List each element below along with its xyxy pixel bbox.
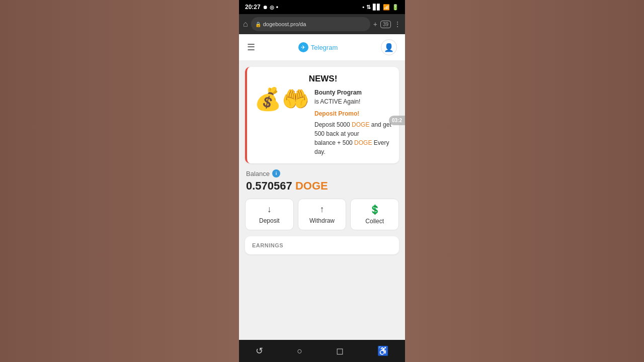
recording-icon: ⏺	[263, 5, 268, 10]
earnings-card: EARNINGS	[245, 236, 399, 254]
browser-home-button[interactable]: ⌂	[243, 20, 248, 29]
browser-actions: + 39 ⋮	[373, 20, 401, 28]
balance-currency: DOGE	[295, 179, 328, 192]
app-navbar: ☰ ✈ Telegram 👤	[239, 34, 405, 61]
balance-info-icon[interactable]: i	[272, 169, 280, 177]
withdraw-label: Withdraw	[309, 217, 335, 224]
action-buttons: ↓ Deposit ↑ Withdraw 💲 Collect	[245, 199, 399, 230]
browser-menu-button[interactable]: ⋮	[394, 20, 401, 28]
data-icon: ⇅	[366, 4, 371, 11]
balance-label-row: Balance i	[246, 169, 398, 177]
recents-button[interactable]: ◻	[328, 342, 352, 359]
status-bar-right: • ⇅ ▋▋ 📶 🔋	[362, 4, 399, 11]
withdraw-button[interactable]: ↑ Withdraw	[298, 199, 347, 230]
wifi-icon: 📶	[383, 4, 390, 11]
money-bag-emoji: 💰🤲	[254, 88, 309, 110]
browser-toolbar: ⌂ 🔒 dogeboost.pro/da + 39 ⋮	[239, 14, 405, 34]
url-text: dogeboost.pro/da	[263, 21, 306, 27]
news-title: NEWS!	[254, 74, 392, 84]
status-bar-left: 20:27 ⏺ ◎ •	[245, 4, 278, 11]
telegram-label: Telegram	[311, 44, 338, 51]
accessibility-button[interactable]: ♿	[369, 342, 396, 359]
cast-icon: ◎	[270, 5, 274, 10]
battery-icon: 🔋	[392, 4, 399, 11]
earnings-title: EARNINGS	[252, 242, 392, 248]
web-page: ☰ ✈ Telegram 👤 NEWS! 💰🤲 Bounty Programis	[239, 34, 405, 340]
clock: 20:27	[245, 4, 261, 11]
side-left-panel	[0, 0, 239, 362]
collect-label: Collect	[365, 218, 384, 225]
bottom-navigation: ↺ ○ ◻ ♿	[239, 340, 405, 362]
status-bar: 20:27 ⏺ ◎ • • ⇅ ▋▋ 📶 🔋	[239, 0, 405, 14]
tab-count-badge[interactable]: 39	[380, 21, 391, 28]
dot-indicator: •	[276, 4, 278, 11]
back-button[interactable]: ↺	[248, 342, 271, 359]
balance-section: Balance i 0.570567 DOGE	[245, 169, 399, 193]
avatar-icon: 👤	[384, 43, 394, 52]
signal-icon: ▋▋	[373, 4, 381, 11]
page-content: NEWS! 💰🤲 Bounty Programis ACTIVE Again! …	[239, 61, 405, 340]
news-text: Bounty Programis ACTIVE Again! Deposit P…	[314, 88, 392, 156]
news-body: 💰🤲 Bounty Programis ACTIVE Again! Deposi…	[254, 88, 392, 156]
balance-amount: 0.570567 DOGE	[246, 179, 398, 193]
collect-icon: 💲	[369, 204, 380, 215]
new-tab-button[interactable]: +	[373, 20, 377, 28]
side-right-panel	[405, 0, 644, 362]
user-avatar-button[interactable]: 👤	[381, 39, 397, 55]
browser-url-bar[interactable]: 🔒 dogeboost.pro/da	[251, 17, 370, 31]
telegram-icon: ✈	[298, 42, 308, 52]
hamburger-menu-button[interactable]: ☰	[247, 42, 255, 53]
collect-button[interactable]: 💲 Collect	[350, 199, 399, 230]
balance-value: 0.570567	[246, 179, 292, 192]
dot-mid: •	[362, 4, 364, 10]
deposit-button[interactable]: ↓ Deposit	[245, 199, 294, 230]
floating-timer: 03:2	[389, 116, 405, 125]
lock-icon: 🔒	[255, 22, 261, 27]
deposit-label: Deposit	[259, 217, 280, 224]
withdraw-icon: ↑	[320, 204, 325, 215]
home-button[interactable]: ○	[289, 343, 310, 359]
news-card: NEWS! 💰🤲 Bounty Programis ACTIVE Again! …	[245, 67, 399, 163]
balance-text: Balance	[246, 170, 270, 177]
deposit-icon: ↓	[267, 204, 272, 215]
phone-frame: 20:27 ⏺ ◎ • • ⇅ ▋▋ 📶 🔋 ⌂ 🔒 dogeboost.pro…	[239, 0, 405, 362]
telegram-link[interactable]: ✈ Telegram	[298, 42, 338, 52]
